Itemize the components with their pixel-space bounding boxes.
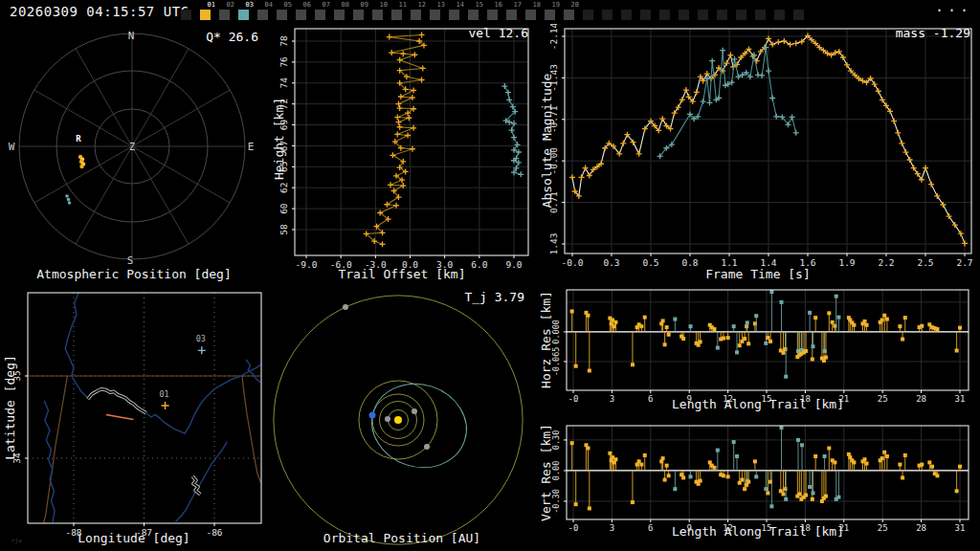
station-indicator [334, 10, 345, 20]
zenith-label: Z [129, 142, 135, 152]
tisserand-value: T_j 3.79 [464, 290, 524, 304]
station-box-17[interactable]: 17 [505, 1, 524, 23]
station-number: 20 [571, 1, 579, 9]
station-box-02[interactable]: 02 [218, 1, 237, 23]
station-box-12[interactable]: 12 [410, 1, 429, 23]
svg-text:76: 76 [278, 56, 289, 68]
station-indicator [391, 10, 402, 20]
station-indicator [717, 10, 727, 20]
station-box-07[interactable]: 07 [314, 1, 333, 23]
station-indicator [257, 10, 268, 20]
compass-south: S [127, 254, 134, 267]
station-number: 08 [342, 1, 349, 9]
velocity-value: vel 12.6 [468, 26, 528, 40]
timestamp: 20260309 04:15:57 UTC [10, 4, 189, 19]
station-indicator [468, 10, 479, 20]
station-box-06[interactable]: 06 [295, 1, 314, 23]
station-box-blank-31[interactable] [773, 1, 792, 23]
station-box-05[interactable]: 05 [276, 1, 295, 23]
station-box-15[interactable]: 15 [467, 1, 486, 23]
station-indicator [564, 10, 574, 20]
horz-res-ylabel: Horz Res [km] [539, 291, 553, 388]
polar-series-station-01 [78, 155, 85, 168]
light-curve-plot: -0.00.30.50.81.11.41.61.92.22.52.7-2.14-… [536, 24, 980, 282]
station-box-blank-0[interactable] [180, 1, 199, 23]
map-watermark: rjw [11, 537, 22, 543]
planet-jupiter [343, 304, 348, 310]
map-xlabel: Longitude [deg] [0, 531, 268, 545]
station-number: 01 [208, 1, 215, 9]
station-box-blank-23[interactable] [620, 1, 639, 23]
station-indicator [679, 10, 689, 20]
svg-text:58: 58 [278, 224, 289, 235]
station-indicator [621, 10, 632, 20]
res-stems-vert [570, 426, 962, 510]
station-indicator [487, 10, 498, 20]
station-indicator [525, 10, 536, 20]
station-box-blank-25[interactable] [658, 1, 678, 23]
station-box-10[interactable]: 10 [371, 1, 390, 23]
station-box-20[interactable]: 20 [563, 1, 582, 23]
station-box-03[interactable]: 03 [237, 1, 256, 23]
station-indicator [315, 10, 325, 20]
station-indicator [602, 10, 612, 20]
mag-ylabel: Absolute Magnitude [540, 74, 554, 209]
svg-text:1.43: 1.43 [548, 233, 559, 255]
compass-north: N [128, 30, 135, 42]
station-number: 15 [476, 1, 483, 9]
station-indicator [430, 10, 440, 20]
trail-offset-plot: -9.0-6.0-3.00.03.06.09.07876747269676562… [268, 24, 536, 282]
panel-ground-map: 0103-88-87-863534 Latitude [deg] Longitu… [0, 282, 268, 551]
station-box-blank-21[interactable] [582, 1, 601, 23]
station-box-blank-24[interactable] [639, 1, 658, 23]
panel-trail-offset: -9.0-6.0-3.00.03.06.09.07876747269676562… [268, 24, 536, 282]
station-box-08[interactable]: 08 [333, 1, 352, 23]
ground-map-plot: 0103-88-87-863534 [0, 282, 268, 551]
svg-text:78: 78 [278, 35, 289, 47]
station-box-18[interactable]: 18 [524, 1, 544, 23]
station-indicator [296, 10, 306, 20]
res-frame-horz [567, 290, 969, 390]
station-indicator [698, 10, 708, 20]
station-indicator [659, 10, 670, 20]
station-box-blank-30[interactable] [754, 1, 773, 23]
residuals-plot: -0369121518212528310.000-0.065-036912151… [536, 282, 980, 551]
station-indicator [793, 10, 804, 20]
map-station-03: 03 [196, 334, 206, 354]
series-station-03 [657, 45, 799, 160]
station-box-blank-27[interactable] [697, 1, 716, 23]
svg-text:60: 60 [278, 203, 289, 214]
station-box-09[interactable]: 09 [352, 1, 371, 23]
station-box-04[interactable]: 04 [256, 1, 276, 23]
res-grid-horz [567, 290, 969, 390]
panel-atmospheric-position: NSWEZR Q* 26.6 Atmospheric Position [deg… [0, 24, 268, 282]
fireball-ground-track [106, 414, 134, 419]
planet-venus [412, 408, 417, 414]
station-number: 18 [533, 1, 541, 9]
station-box-blank-26[interactable] [678, 1, 697, 23]
station-number: 12 [418, 1, 426, 9]
series-station-01 [364, 32, 427, 247]
station-box-16[interactable]: 16 [486, 1, 505, 23]
header-bar: 20260309 04:15:57 UTC 010203040506070809… [0, 0, 980, 24]
map-station-01: 01 [159, 389, 168, 409]
station-box-11[interactable]: 11 [390, 1, 410, 23]
vert-res-ylabel: Vert Res [km] [539, 424, 553, 521]
overflow-menu-icon[interactable]: ... [935, 0, 972, 15]
station-box-14[interactable]: 14 [448, 1, 467, 23]
station-number: 04 [265, 1, 273, 9]
station-box-blank-28[interactable] [716, 1, 735, 23]
station-box-13[interactable]: 13 [429, 1, 448, 23]
station-indicator [277, 10, 287, 20]
orbit-xlabel: Orbital Position [AU] [268, 531, 536, 545]
station-number: 09 [361, 1, 368, 9]
station-box-19[interactable]: 19 [544, 1, 563, 23]
station-box-blank-32[interactable] [792, 1, 812, 23]
svg-text:0.00: 0.00 [551, 461, 561, 480]
map-grid [28, 293, 261, 523]
station-box-01[interactable]: 01 [199, 1, 218, 23]
station-box-blank-22[interactable] [601, 1, 620, 23]
station-indicator [181, 10, 191, 20]
station-box-blank-29[interactable] [735, 1, 754, 23]
panel-residuals: -0369121518212528310.000-0.065-036912151… [536, 282, 980, 551]
